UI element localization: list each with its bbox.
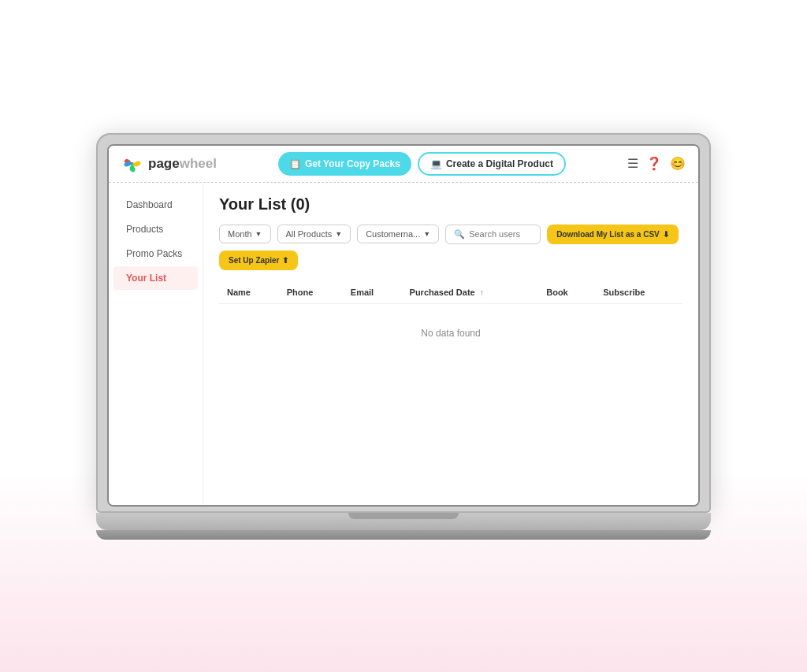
col-phone: Phone xyxy=(279,281,343,304)
copy-packs-icon: 📋 xyxy=(289,158,301,169)
table-header: Name Phone Email Purchased xyxy=(219,281,682,304)
col-name: Name xyxy=(219,281,279,304)
sidebar-item-your-list-label: Your List xyxy=(126,273,166,284)
table-body: No data found xyxy=(219,303,682,362)
col-email: Email xyxy=(343,281,402,304)
page-title: Your List (0) xyxy=(219,195,682,213)
zapier-icon: ⬆ xyxy=(282,256,288,265)
zapier-label: Set Up Zapier xyxy=(229,256,279,265)
filters-row: Month ▼ All Products ▼ Customerna... ▼ xyxy=(219,225,682,270)
copy-packs-label: Get Your Copy Packs xyxy=(305,158,400,169)
no-data-message: No data found xyxy=(219,303,682,362)
help-button[interactable]: ❓ xyxy=(646,156,662,171)
logo-text: pagewheel xyxy=(148,156,217,172)
sidebar-item-products-label: Products xyxy=(126,224,163,235)
create-product-button[interactable]: 💻 Create a Digital Product xyxy=(418,152,566,176)
no-data-row: No data found xyxy=(219,303,682,362)
download-label: Download My List as a CSV xyxy=(556,230,660,239)
sidebar-item-promo-packs-label: Promo Packs xyxy=(126,248,182,259)
header-icons: ☰ ❓ 😊 xyxy=(627,156,686,171)
create-product-icon: 💻 xyxy=(430,158,442,169)
products-chevron-icon: ▼ xyxy=(335,230,342,238)
header-center-buttons: 📋 Get Your Copy Packs 💻 Create a Digital… xyxy=(278,152,566,176)
logo: pagewheel xyxy=(121,153,217,175)
sidebar-item-promo-packs[interactable]: Promo Packs xyxy=(113,242,198,265)
customer-filter[interactable]: Customerna... ▼ xyxy=(357,225,439,243)
menu-button[interactable]: ☰ xyxy=(627,156,638,171)
create-product-label: Create a Digital Product xyxy=(446,158,553,169)
col-subscribe: Subscribe xyxy=(595,281,682,304)
help-icon: ❓ xyxy=(646,156,662,171)
customer-filter-label: Customerna... xyxy=(366,229,420,239)
month-filter-label: Month xyxy=(228,229,252,239)
download-csv-button[interactable]: Download My List as a CSV ⬇ xyxy=(547,225,679,244)
data-table: Name Phone Email Purchased xyxy=(219,281,682,362)
profile-button[interactable]: 😊 xyxy=(670,156,686,171)
laptop-foot xyxy=(96,530,711,540)
laptop-base xyxy=(96,513,711,530)
sidebar-item-your-list[interactable]: Your List xyxy=(113,266,198,290)
search-icon: 🔍 xyxy=(454,229,465,239)
menu-icon: ☰ xyxy=(627,156,638,171)
products-filter[interactable]: All Products ▼ xyxy=(277,225,351,243)
app-header: pagewheel 📋 Get Your Copy Packs 💻 Create… xyxy=(109,146,698,183)
sort-icon: ↑ xyxy=(480,288,485,297)
col-purchased-date[interactable]: Purchased Date ↑ xyxy=(402,281,539,304)
main-layout: Dashboard Products Promo Packs Your List xyxy=(109,183,698,505)
customer-chevron-icon: ▼ xyxy=(423,230,430,238)
sidebar-item-dashboard[interactable]: Dashboard xyxy=(113,193,198,217)
month-chevron-icon: ▼ xyxy=(255,230,262,238)
search-box[interactable]: 🔍 xyxy=(445,225,541,244)
products-filter-label: All Products xyxy=(286,229,333,239)
search-input[interactable] xyxy=(469,229,532,239)
logo-icon xyxy=(121,153,143,175)
content-area: Your List (0) Month ▼ All Products ▼ xyxy=(203,183,698,505)
col-book: Book xyxy=(538,281,595,304)
sidebar-item-products[interactable]: Products xyxy=(113,217,198,241)
download-icon: ⬇ xyxy=(663,230,669,239)
zapier-button[interactable]: Set Up Zapier ⬆ xyxy=(219,251,298,270)
sidebar-item-dashboard-label: Dashboard xyxy=(126,199,173,210)
month-filter[interactable]: Month ▼ xyxy=(219,225,271,243)
smiley-icon: 😊 xyxy=(670,156,686,171)
copy-packs-button[interactable]: 📋 Get Your Copy Packs xyxy=(278,152,411,176)
sidebar: Dashboard Products Promo Packs Your List xyxy=(109,183,203,505)
